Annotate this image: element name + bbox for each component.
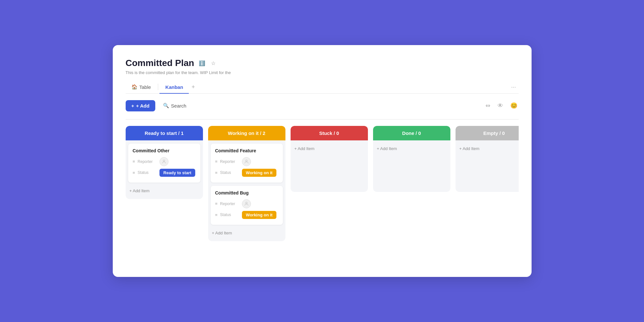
tab-kanban[interactable]: Kanban — [159, 81, 189, 94]
tab-kanban-label: Kanban — [165, 84, 183, 90]
column-body-empty: + Add Item — [456, 140, 519, 192]
tab-add-button[interactable]: + — [189, 82, 197, 92]
svg-point-2 — [245, 202, 247, 204]
app-container: Committed Plan ℹ️ ☆ This is the committe… — [113, 45, 532, 277]
add-item-button-stuck[interactable]: + Add Item — [293, 144, 365, 154]
add-item-button-done[interactable]: + Add Item — [376, 144, 448, 154]
card-ready-0[interactable]: Committed Other ≡ Reporter ≡ Status Read… — [128, 144, 200, 183]
tab-separator — [158, 84, 158, 90]
status-badge[interactable]: Ready to start — [159, 169, 195, 177]
kanban-column-done: Done / 0+ Add Item — [373, 126, 450, 192]
reporter-label: Reporter — [220, 159, 239, 164]
tab-table-label: Table — [139, 84, 151, 90]
page-title-row: Committed Plan ℹ️ ☆ — [126, 58, 519, 68]
add-button-label: + Add — [136, 103, 149, 109]
column-header-working: Working on it / 2 — [208, 126, 285, 140]
eye-icon-button[interactable]: 👁 — [496, 101, 505, 110]
emoji-icon-button[interactable]: 😊 — [509, 101, 519, 110]
card-reporter-field-ready-0: ≡ Reporter — [133, 157, 196, 166]
tab-more-button[interactable]: ··· — [508, 82, 518, 92]
search-label: Search — [171, 103, 187, 109]
page-subtitle: This is the committed plan for the team.… — [126, 70, 519, 75]
card-reporter-field-working-1: ≡ Reporter — [215, 199, 278, 208]
search-icon: 🔍 — [163, 103, 169, 109]
status-badge[interactable]: Working on it — [242, 169, 276, 177]
column-header-ready: Ready to start / 1 — [126, 126, 203, 140]
table-icon: 🏠 — [131, 84, 138, 90]
card-working-0[interactable]: Committed Feature ≡ Reporter ≡ Status Wo… — [211, 144, 283, 183]
svg-point-1 — [245, 160, 247, 161]
kanban-column-ready: Ready to start / 1Committed Other ≡ Repo… — [126, 126, 203, 199]
toolbar-left: + + Add 🔍 Search — [126, 100, 190, 111]
column-body-working: Committed Feature ≡ Reporter ≡ Status Wo… — [208, 140, 285, 241]
add-plus-icon: + — [131, 103, 134, 109]
card-status-field-ready-0: ≡ Status Ready to start — [133, 169, 196, 177]
status-label: Status — [220, 170, 239, 175]
add-item-button-ready[interactable]: + Add Item — [128, 186, 200, 196]
kanban-column-stuck: Stuck / 0+ Add Item — [291, 126, 368, 192]
add-button[interactable]: + + Add — [126, 100, 155, 111]
status-label: Status — [138, 170, 157, 175]
toolbar-right: ⇔ 👁 😊 — [484, 101, 519, 110]
svg-point-0 — [163, 160, 165, 161]
reporter-list-icon: ≡ — [215, 201, 218, 206]
card-status-field-working-0: ≡ Status Working on it — [215, 169, 278, 177]
column-body-ready: Committed Other ≡ Reporter ≡ Status Read… — [126, 140, 203, 199]
card-title-working-1: Committed Bug — [215, 190, 278, 195]
toolbar-row: + + Add 🔍 Search ⇔ 👁 😊 — [126, 100, 519, 111]
add-item-button-working[interactable]: + Add Item — [211, 228, 283, 238]
page-title: Committed Plan — [126, 58, 194, 68]
card-status-field-working-1: ≡ Status Working on it — [215, 211, 278, 219]
reporter-avatar[interactable] — [242, 199, 251, 208]
tabs-row: 🏠 Table Kanban + ··· — [126, 81, 519, 94]
kanban-column-empty: Empty / 0+ Add Item — [456, 126, 519, 192]
status-list-icon: ≡ — [215, 213, 218, 217]
reporter-list-icon: ≡ — [215, 159, 218, 164]
tab-table[interactable]: 🏠 Table — [126, 81, 157, 94]
column-body-done: + Add Item — [373, 140, 450, 192]
search-button[interactable]: 🔍 Search — [159, 100, 190, 111]
column-header-empty: Empty / 0 — [456, 126, 519, 140]
column-header-done: Done / 0 — [373, 126, 450, 140]
status-badge[interactable]: Working on it — [242, 211, 276, 219]
kanban-board: Ready to start / 1Committed Other ≡ Repo… — [126, 126, 519, 241]
column-body-stuck: + Add Item — [291, 140, 368, 192]
content-divider — [126, 119, 519, 119]
card-reporter-field-working-0: ≡ Reporter — [215, 157, 278, 166]
status-list-icon: ≡ — [215, 170, 218, 175]
reporter-avatar[interactable] — [242, 157, 251, 166]
reporter-avatar[interactable] — [159, 157, 168, 166]
reporter-label: Reporter — [138, 159, 157, 164]
card-title-working-0: Committed Feature — [215, 148, 278, 153]
kanban-column-working: Working on it / 2Committed Feature ≡ Rep… — [208, 126, 285, 241]
reporter-label: Reporter — [220, 202, 239, 206]
collapse-icon-button[interactable]: ⇔ — [484, 101, 492, 110]
card-working-1[interactable]: Committed Bug ≡ Reporter ≡ Status Workin… — [211, 186, 283, 225]
reporter-list-icon: ≡ — [133, 159, 135, 164]
add-item-button-empty[interactable]: + Add Item — [458, 144, 519, 154]
column-header-stuck: Stuck / 0 — [291, 126, 368, 140]
status-label: Status — [220, 213, 239, 217]
card-title-ready-0: Committed Other — [133, 148, 196, 153]
star-icon-button[interactable]: ☆ — [210, 60, 217, 67]
status-list-icon: ≡ — [133, 170, 135, 175]
info-icon-button[interactable]: ℹ️ — [197, 60, 207, 67]
